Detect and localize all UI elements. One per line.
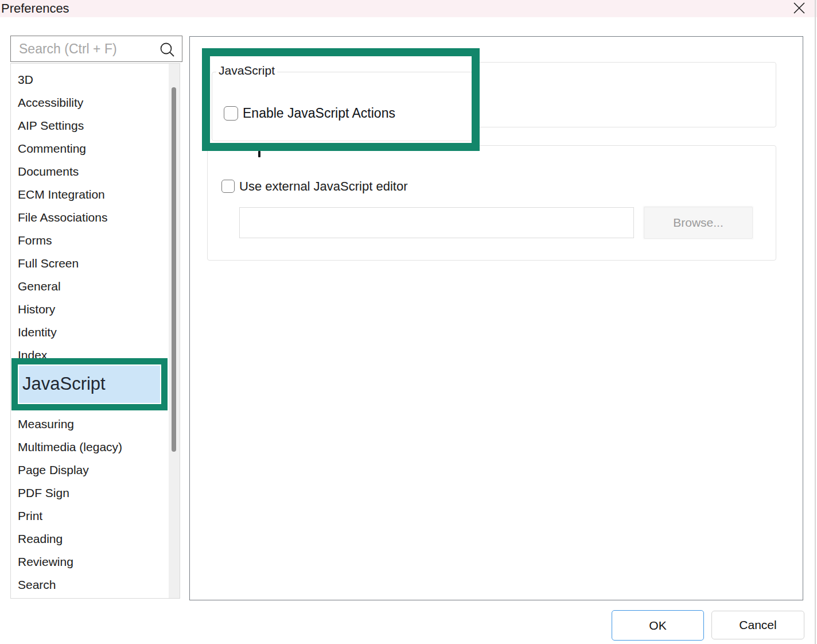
dialog-title: Preferences bbox=[1, 0, 69, 17]
sidebar-item[interactable]: Identity bbox=[11, 321, 180, 344]
settings-panel: Use external JavaScript editor Browse...… bbox=[189, 36, 803, 600]
category-list-bottom: MeasuringMultimedia (legacy)Page Display… bbox=[11, 413, 166, 596]
window-right-edge bbox=[815, 0, 816, 644]
scrollbar-thumb[interactable] bbox=[172, 87, 176, 452]
sidebar-item[interactable]: Search bbox=[11, 573, 166, 596]
sidebar-item[interactable]: ECM Integration bbox=[11, 183, 180, 206]
annotation-box-javascript-group: JavaScript Enable JavaScript Actions bbox=[202, 48, 480, 151]
sidebar-item[interactable]: General bbox=[11, 275, 180, 298]
ok-button[interactable]: OK bbox=[612, 610, 704, 641]
sidebar-item[interactable]: Forms bbox=[11, 229, 180, 252]
sidebar-item[interactable]: Print bbox=[11, 505, 166, 527]
sidebar-item[interactable]: Full Screen bbox=[11, 252, 180, 275]
sidebar-item[interactable]: Reviewing bbox=[11, 550, 166, 573]
sidebar-item[interactable]: Accessibility bbox=[11, 91, 180, 114]
sidebar-item-javascript-selected[interactable]: JavaScript bbox=[18, 364, 161, 404]
category-list-top: 3DAccessibilityAIP SettingsCommentingDoc… bbox=[11, 64, 180, 367]
browse-button[interactable]: Browse... bbox=[644, 207, 753, 239]
external-editor-group-box bbox=[207, 145, 776, 261]
covered-legend-text-fragment bbox=[258, 151, 260, 157]
sidebar-item[interactable]: 3D bbox=[11, 68, 180, 91]
sidebar-item[interactable]: Reading bbox=[11, 527, 166, 550]
search-icon bbox=[159, 42, 175, 57]
editor-path-input[interactable] bbox=[239, 207, 634, 238]
category-list: 3DAccessibilityAIP SettingsCommentingDoc… bbox=[10, 63, 180, 599]
sidebar-item[interactable]: Commenting bbox=[11, 137, 180, 160]
sidebar-item[interactable]: PDF Sign bbox=[11, 482, 166, 505]
sidebar-item[interactable]: Measuring bbox=[11, 413, 166, 436]
use-external-editor-label: Use external JavaScript editor bbox=[239, 179, 407, 194]
titlebar: Preferences bbox=[0, 0, 817, 17]
search-box bbox=[10, 36, 182, 62]
enable-javascript-label: Enable JavaScript Actions bbox=[243, 105, 395, 121]
use-external-editor-checkbox[interactable] bbox=[221, 180, 235, 193]
enable-javascript-checkbox[interactable] bbox=[224, 106, 238, 121]
sidebar-item[interactable]: File Associations bbox=[11, 206, 180, 229]
javascript-group-legend: JavaScript bbox=[216, 64, 277, 77]
annotation-box-sidebar-javascript: JavaScript bbox=[11, 358, 168, 410]
sidebar-item[interactable]: AIP Settings bbox=[11, 114, 180, 137]
sidebar-item[interactable]: Page Display bbox=[11, 459, 166, 482]
close-button[interactable] bbox=[786, 0, 808, 17]
sidebar-item[interactable]: Multimedia (legacy) bbox=[11, 436, 166, 459]
cancel-button[interactable]: Cancel bbox=[711, 611, 804, 639]
search-input[interactable] bbox=[18, 37, 150, 61]
close-icon bbox=[792, 1, 806, 15]
sidebar-item[interactable]: History bbox=[11, 298, 180, 321]
sidebar-item[interactable]: Documents bbox=[11, 160, 180, 183]
scrollbar-track[interactable] bbox=[169, 64, 180, 598]
